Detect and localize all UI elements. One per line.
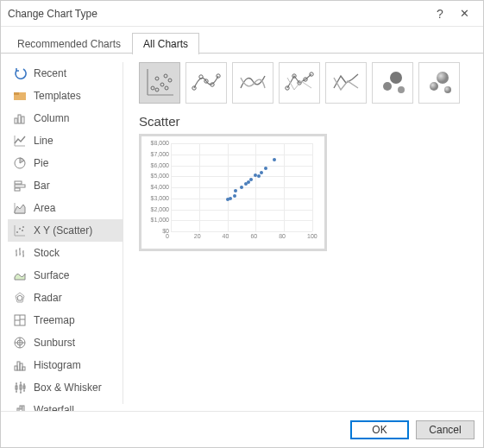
data-point	[249, 178, 253, 181]
sidebar-item-label: Surface	[34, 269, 69, 281]
sidebar-item-recent[interactable]: Recent	[8, 62, 123, 85]
gridline	[284, 143, 285, 231]
svg-point-32	[155, 88, 159, 91]
sidebar-item-label: Bar	[34, 180, 50, 192]
svg-rect-4	[22, 117, 24, 123]
data-point	[257, 174, 261, 178]
sidebar-item-bar[interactable]: Bar	[8, 174, 123, 197]
area-icon	[13, 201, 27, 215]
sidebar-item-stock[interactable]: Stock	[8, 242, 123, 264]
sidebar-item-label: Treemap	[34, 314, 75, 326]
bubble-icon	[375, 66, 410, 100]
bar-icon	[13, 179, 27, 192]
cancel-button[interactable]: Cancel	[416, 420, 475, 439]
gridline	[171, 199, 312, 199]
content-area: RecentTemplatesColumnLinePieBarAreaX Y (…	[1, 54, 483, 411]
scatter-smooth-markers-icon	[189, 66, 223, 100]
subtype-bubble[interactable]	[372, 62, 413, 104]
radar-icon	[13, 291, 27, 305]
close-button[interactable]: ✕	[452, 2, 476, 26]
data-point	[260, 171, 263, 174]
sidebar-item-area[interactable]: Area	[8, 197, 123, 219]
chart-type-sidebar: RecentTemplatesColumnLinePieBarAreaX Y (…	[8, 62, 123, 404]
subtype-scatter-straight[interactable]	[325, 62, 367, 104]
x-tick-label: 20	[194, 233, 201, 239]
svg-point-11	[22, 230, 23, 231]
x-tick-label: 80	[279, 233, 286, 239]
sidebar-item-pie[interactable]: Pie	[8, 152, 123, 174]
sidebar-item-label: Histogram	[34, 359, 81, 371]
pie-icon	[13, 156, 27, 170]
sidebar-item-label: Line	[34, 135, 53, 147]
sunburst-icon	[13, 336, 27, 350]
gridline	[171, 231, 312, 232]
gridline	[171, 143, 312, 144]
titlebar: Change Chart Type ? ✕	[1, 1, 483, 27]
y-tick-label: $4,000	[151, 184, 169, 190]
y-tick-label: $1,000	[151, 217, 169, 223]
scatter-straight-markers-icon	[282, 66, 317, 100]
sidebar-item-histogram[interactable]: Histogram	[8, 354, 123, 376]
x-tick-label: 60	[250, 233, 257, 239]
gridline	[312, 143, 313, 231]
sidebar-item-label: X Y (Scatter)	[34, 224, 92, 237]
sidebar-item-column[interactable]: Column	[8, 107, 123, 129]
tab-recommended-charts[interactable]: Recommended Charts	[6, 33, 132, 54]
sidebar-item-waterfall[interactable]: Waterfall	[8, 399, 123, 411]
sidebar-item-label: Area	[34, 202, 55, 214]
y-tick-label: $3,000	[151, 195, 169, 201]
subtype-scatter-smooth-markers[interactable]	[185, 62, 227, 104]
scatter-smooth-icon	[236, 66, 270, 100]
sidebar-item-templates[interactable]: Templates	[8, 85, 123, 107]
x-tick-label: 0	[166, 233, 169, 239]
window-title: Change Chart Type	[8, 8, 428, 20]
svg-point-51	[437, 72, 449, 84]
sidebar-item-radar[interactable]: Radar	[8, 287, 123, 309]
svg-rect-19	[22, 367, 25, 370]
subtype-scatter-straight-markers[interactable]	[279, 62, 320, 104]
data-point	[240, 186, 243, 189]
gridline	[171, 166, 312, 167]
x-tick-label: 40	[223, 233, 229, 239]
svg-rect-3	[18, 115, 21, 123]
ok-button[interactable]: OK	[350, 420, 409, 439]
y-tick-label: $2,000	[151, 206, 169, 212]
main-panel: Scatter $0$1,000$2,000$3,000$4,000$5,000…	[123, 62, 476, 404]
sidebar-item-label: Waterfall	[34, 404, 74, 411]
data-point	[234, 189, 237, 192]
sidebar-item-label: Radar	[34, 292, 62, 304]
scatter-straight-icon	[329, 66, 363, 100]
subtype-bubble-3d[interactable]	[418, 62, 460, 104]
sidebar-item-line[interactable]: Line	[8, 129, 123, 152]
sidebar-item-box-whisker[interactable]: Box & Whisker	[8, 376, 123, 399]
svg-rect-7	[15, 185, 25, 187]
subtype-scatter[interactable]	[139, 62, 180, 104]
help-button[interactable]: ?	[428, 2, 452, 26]
tab-all-charts[interactable]: All Charts	[132, 33, 199, 54]
section-title: Scatter	[139, 114, 476, 129]
svg-point-9	[16, 231, 18, 233]
gridline	[255, 143, 256, 231]
chart-preview[interactable]: $0$1,000$2,000$3,000$4,000$5,000$6,000$7…	[139, 134, 327, 251]
sidebar-item-label: Sunburst	[34, 337, 75, 349]
surface-icon	[13, 268, 27, 282]
scatter-icon	[142, 66, 177, 100]
sidebar-item-surface[interactable]: Surface	[8, 264, 123, 287]
gridline	[171, 155, 312, 155]
subtype-scatter-smooth[interactable]	[232, 62, 273, 104]
sidebar-item-sunburst[interactable]: Sunburst	[8, 331, 123, 354]
sidebar-item-label: Stock	[34, 247, 60, 259]
x-tick-label: 100	[307, 233, 317, 239]
y-tick-label: $6,000	[151, 162, 169, 168]
gridline	[228, 143, 229, 231]
svg-point-50	[430, 82, 438, 91]
y-tick-label: $8,000	[151, 140, 169, 146]
svg-point-10	[19, 228, 21, 230]
svg-point-34	[164, 74, 167, 78]
sidebar-item-treemap[interactable]: Treemap	[8, 309, 123, 331]
svg-point-47	[383, 82, 392, 91]
bubble-3d-icon	[422, 66, 456, 100]
treemap-icon	[13, 313, 27, 327]
sidebar-item-x-y-scatter[interactable]: X Y (Scatter)	[8, 219, 123, 242]
svg-point-35	[165, 86, 168, 90]
